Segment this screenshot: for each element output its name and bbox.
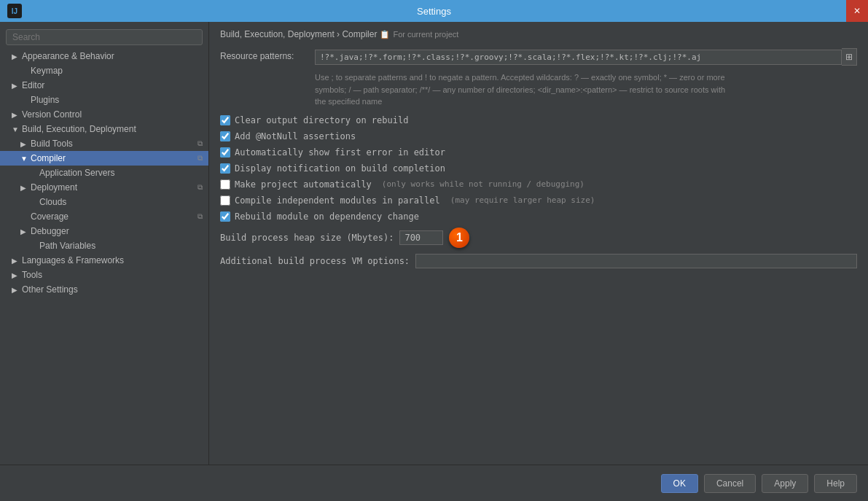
arrow-icon: ▶ [12, 111, 19, 119]
breadcrumb-text: Build, Execution, Deployment › Compiler [220, 29, 377, 39]
checkbox-note-compile-parallel: (may require larger heap size) [450, 195, 595, 205]
resource-patterns-label: Resource patterns: [220, 48, 315, 61]
badge-1: 1 [449, 228, 469, 248]
sidebar-item-label: Compiler [31, 153, 66, 163]
sidebar-item-label: Plugins [31, 95, 59, 105]
for-project-label: For current project [393, 30, 458, 39]
heap-size-input[interactable] [399, 230, 443, 245]
arrow-icon: ▶ [12, 257, 19, 265]
checkbox-compile-parallel[interactable] [220, 195, 230, 206]
sidebar-item-label: Deployment [31, 182, 77, 193]
sidebar-item-label: Version Control [22, 109, 82, 120]
vm-options-row: Additional build process VM options: [220, 254, 857, 268]
checkbox-row-rebuild-module: Rebuild module on dependency change [220, 211, 857, 222]
checkbox-row-clear-output: Clear output directory on rebuild [220, 115, 857, 125]
checkbox-row-compile-parallel: Compile independent modules in parallel(… [220, 195, 857, 206]
resource-input-wrap: ⊞ [315, 48, 857, 66]
vm-options-label: Additional build process VM options: [220, 256, 410, 266]
breadcrumb: Build, Execution, Deployment › Compiler … [220, 29, 857, 39]
sidebar-item-editor[interactable]: ▶Editor [0, 78, 208, 93]
sidebar-item-label: Languages & Frameworks [22, 255, 124, 265]
arrow-icon: ▶ [12, 53, 19, 61]
sidebar-item-build-tools[interactable]: ▶Build Tools⧉ [0, 136, 208, 151]
sidebar-item-label: Clouds [39, 197, 66, 207]
vm-options-input[interactable] [415, 254, 857, 268]
sidebar-item-tools[interactable]: ▶Tools [0, 268, 208, 282]
arrow-icon: ▼ [20, 155, 28, 163]
sidebar-item-appearance-behavior[interactable]: ▶Appearance & Behavior [0, 49, 208, 63]
sidebar-item-build-execution-deployment[interactable]: ▼Build, Execution, Deployment [0, 122, 208, 136]
resource-patterns-input[interactable] [315, 50, 842, 65]
checkbox-label-clear-output: Clear output directory on rebuild [235, 115, 408, 125]
checkbox-clear-output[interactable] [220, 115, 230, 125]
checkbox-note-make-auto: (only works while not running / debuggin… [382, 179, 584, 189]
sidebar-item-path-variables[interactable]: Path Variables [0, 238, 208, 253]
resource-hint: Use ; to separate patterns and ! to nega… [315, 71, 857, 108]
resource-patterns-row: Resource patterns: ⊞ [220, 48, 857, 66]
main-container: ▶Appearance & BehaviorKeymap▶EditorPlugi… [0, 22, 868, 465]
sidebar-item-version-control[interactable]: ▶Version Control [0, 107, 208, 122]
help-button[interactable]: Help [814, 474, 857, 493]
sidebar-item-plugins[interactable]: Plugins [0, 93, 208, 107]
sidebar-item-coverage[interactable]: Coverage⧉ [0, 209, 208, 224]
arrow-icon: ▶ [20, 228, 28, 236]
titlebar: IJ Settings ✕ [0, 0, 868, 22]
checkbox-row-auto-show-error: Automatically show first error in editor [220, 147, 857, 158]
sidebar-item-label: Editor [22, 80, 44, 90]
checkbox-label-make-auto: Make project automatically [235, 179, 372, 190]
checkbox-label-rebuild-module: Rebuild module on dependency change [235, 211, 419, 222]
expand-button[interactable]: ⊞ [842, 48, 857, 66]
sidebar-item-label: Build Tools [31, 139, 73, 149]
sidebar-item-keymap[interactable]: Keymap [0, 63, 208, 78]
checkbox-add-notnull[interactable] [220, 131, 230, 141]
search-input[interactable] [6, 29, 203, 45]
arrow-icon: ▶ [12, 82, 19, 90]
sidebar-item-clouds[interactable]: Clouds [0, 195, 208, 209]
checkbox-make-auto[interactable] [220, 179, 230, 190]
sidebar-item-compiler[interactable]: ▼Compiler⧉ [0, 151, 208, 166]
checkbox-row-display-notification: Display notification on build completion [220, 163, 857, 174]
bottom-bar: OK Cancel Apply Help [0, 465, 868, 501]
sidebar-item-label: Application Servers [39, 168, 114, 178]
clipboard-icon: 📋 [380, 30, 390, 39]
sidebar-item-label: Other Settings [22, 284, 78, 295]
sidebar-item-label: Debugger [31, 226, 69, 236]
cancel-button[interactable]: Cancel [704, 474, 756, 493]
sidebar-item-label: Path Variables [39, 241, 95, 251]
sidebar-item-debugger[interactable]: ▶Debugger [0, 224, 208, 238]
apply-button[interactable]: Apply [762, 474, 808, 493]
checkbox-label-compile-parallel: Compile independent modules in parallel [235, 195, 440, 206]
ok-button[interactable]: OK [661, 474, 698, 493]
checkbox-display-notification[interactable] [220, 163, 230, 174]
sidebar-item-label: Tools [22, 270, 42, 280]
arrow-icon: ▶ [12, 271, 19, 279]
arrow-icon: ▼ [12, 125, 19, 133]
sidebar-item-other-settings[interactable]: ▶Other Settings [0, 282, 208, 297]
arrow-icon: ▶ [20, 140, 28, 148]
copy-icon[interactable]: ⧉ [198, 212, 203, 221]
checkbox-row-make-auto: Make project automatically(only works wh… [220, 179, 857, 190]
sidebar-item-application-servers[interactable]: Application Servers [0, 166, 208, 180]
checkbox-rebuild-module[interactable] [220, 211, 230, 222]
window-title: Settings [417, 6, 451, 17]
copy-icon[interactable]: ⧉ [198, 154, 203, 163]
sidebar: ▶Appearance & BehaviorKeymap▶EditorPlugi… [0, 22, 209, 465]
app-logo: IJ [7, 4, 22, 18]
checkbox-label-add-notnull: Add @NotNull assertions [235, 131, 356, 141]
sidebar-item-label: Appearance & Behavior [22, 51, 114, 61]
sidebar-item-label: Coverage [31, 211, 69, 222]
content-panel: Build, Execution, Deployment › Compiler … [209, 22, 868, 465]
copy-icon[interactable]: ⧉ [198, 139, 203, 148]
checkbox-row-add-notnull: Add @NotNull assertions [220, 131, 857, 141]
sidebar-item-label: Keymap [31, 66, 63, 76]
heap-size-label: Build process heap size (Mbytes): [220, 233, 394, 243]
arrow-icon: ▶ [12, 286, 19, 294]
close-button[interactable]: ✕ [846, 0, 868, 22]
heap-size-row: Build process heap size (Mbytes): 1 [220, 228, 857, 248]
checkbox-label-display-notification: Display notification on build completion [235, 163, 445, 174]
sidebar-item-deployment[interactable]: ▶Deployment⧉ [0, 180, 208, 195]
arrow-icon: ▶ [20, 184, 28, 192]
checkbox-auto-show-error[interactable] [220, 147, 230, 158]
sidebar-item-languages-frameworks[interactable]: ▶Languages & Frameworks [0, 253, 208, 268]
copy-icon[interactable]: ⧉ [198, 183, 203, 192]
